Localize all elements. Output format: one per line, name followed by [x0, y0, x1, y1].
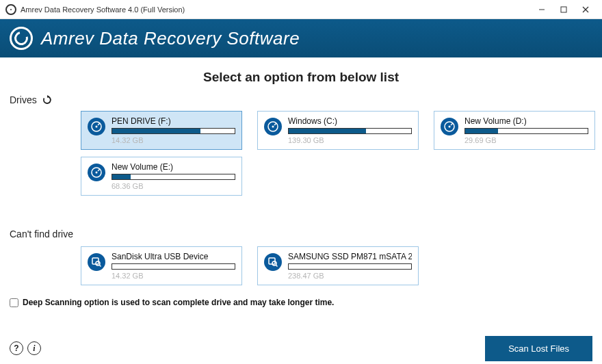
device-name: SAMSUNG SSD PM871 mSATA 2 — [288, 252, 412, 261]
usage-bar — [464, 128, 588, 134]
disk-icon — [88, 118, 105, 135]
usage-bar — [112, 128, 235, 134]
drive-name: New Volume (E:) — [112, 162, 235, 172]
deep-scan-label: Deep Scanning option is used to scan com… — [23, 298, 334, 307]
drive-name: PEN DRIVE (F:) — [112, 116, 235, 126]
device-card[interactable]: SanDisk Ultra USB Device14.32 GB — [81, 246, 242, 285]
page-title: Select an option from below list — [10, 70, 592, 85]
svg-point-5 — [96, 126, 98, 128]
deep-scan-checkbox[interactable] — [10, 298, 18, 307]
usage-bar — [112, 263, 235, 270]
drive-size: 14.32 GB — [112, 136, 235, 144]
drive-name: New Volume (D:) — [464, 116, 588, 126]
magnifier-icon — [264, 253, 282, 271]
device-name: SanDisk Ultra USB Device — [112, 252, 235, 261]
drives-label: Drives — [10, 94, 37, 105]
drive-card[interactable]: New Volume (E:)68.36 GB — [81, 157, 242, 196]
logo-icon — [10, 27, 33, 50]
drives-grid: PEN DRIVE (F:)14.32 GBWindows (C:)139.30… — [81, 111, 592, 196]
titlebar: Amrev Data Recovery Software 4.0 (Full V… — [0, 0, 602, 19]
info-button[interactable]: i — [27, 341, 41, 355]
svg-line-15 — [98, 169, 100, 171]
drive-card[interactable]: PEN DRIVE (F:)14.32 GB — [81, 111, 242, 150]
svg-line-12 — [451, 123, 453, 125]
usage-bar — [288, 263, 412, 270]
svg-point-14 — [96, 172, 98, 174]
footer: ? i Scan Lost Files — [0, 333, 602, 364]
usage-bar — [112, 174, 235, 180]
deep-scan-row: Deep Scanning option is used to scan com… — [10, 298, 592, 307]
magnifier-icon — [88, 253, 105, 271]
app-title: Amrev Data Recovery Software — [41, 28, 300, 49]
app-icon — [5, 4, 16, 15]
usage-bar — [288, 128, 412, 134]
app-header: Amrev Data Recovery Software — [0, 19, 602, 57]
maximize-button[interactable] — [553, 3, 575, 16]
svg-point-11 — [449, 126, 451, 128]
help-button[interactable]: ? — [10, 341, 23, 355]
disk-icon — [441, 118, 458, 135]
drive-name: Windows (C:) — [288, 116, 412, 126]
scan-lost-files-button[interactable]: Scan Lost Files — [485, 336, 592, 361]
device-size: 238.47 GB — [288, 272, 412, 280]
minimize-button[interactable] — [531, 3, 553, 16]
drive-size: 29.69 GB — [464, 136, 588, 144]
svg-line-21 — [276, 265, 278, 267]
drive-size: 139.30 GB — [288, 136, 412, 144]
drives-section-label: Drives — [10, 94, 592, 105]
disk-icon — [264, 118, 282, 135]
devices-section-label: Can't find drive — [10, 229, 592, 239]
svg-line-18 — [99, 265, 101, 267]
svg-point-8 — [272, 126, 274, 128]
svg-rect-1 — [561, 7, 566, 12]
drive-card[interactable]: Windows (C:)139.30 GB — [257, 111, 419, 150]
svg-line-9 — [274, 123, 276, 125]
device-size: 14.32 GB — [112, 272, 235, 280]
refresh-icon[interactable] — [42, 95, 52, 105]
device-card[interactable]: SAMSUNG SSD PM871 mSATA 2238.47 GB — [257, 246, 419, 285]
window-title: Amrev Data Recovery Software 4.0 (Full V… — [21, 5, 185, 14]
drive-card[interactable]: New Volume (D:)29.69 GB — [434, 111, 595, 150]
close-button[interactable] — [575, 3, 597, 16]
devices-grid: SanDisk Ultra USB Device14.32 GBSAMSUNG … — [81, 246, 592, 285]
main-content: Select an option from below list Drives … — [0, 57, 602, 311]
svg-line-6 — [98, 123, 100, 125]
drive-size: 68.36 GB — [112, 182, 235, 190]
disk-icon — [88, 164, 105, 181]
